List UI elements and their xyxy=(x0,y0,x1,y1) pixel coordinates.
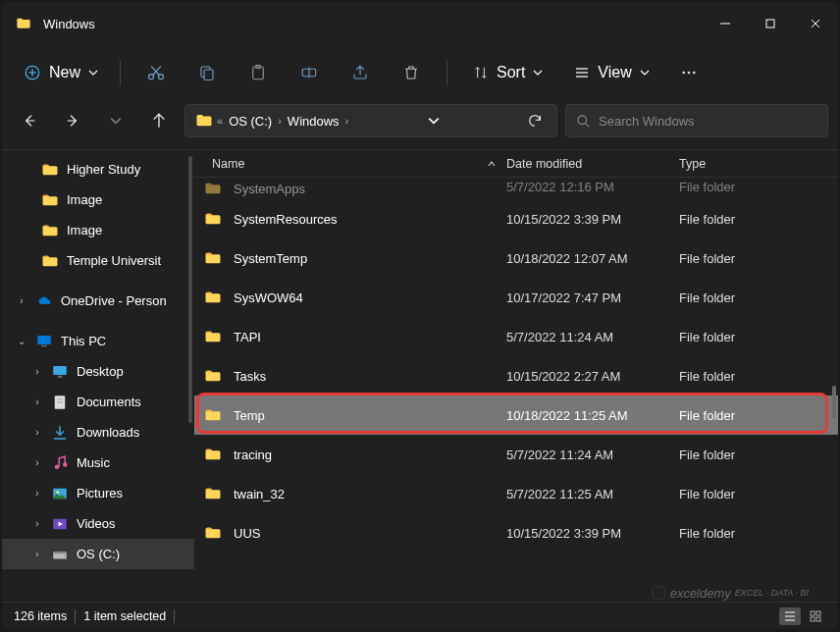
svg-rect-41 xyxy=(53,552,67,553)
forward-button[interactable] xyxy=(55,103,90,138)
crumb-os[interactable]: OS (C:) xyxy=(223,114,278,129)
crumb-windows[interactable]: Windows xyxy=(282,114,345,129)
history-dropdown[interactable] xyxy=(418,115,449,127)
documents-icon xyxy=(51,394,69,411)
col-date-header[interactable]: Date modified xyxy=(506,157,679,171)
chevron-right-icon: › xyxy=(278,115,282,127)
sidebar-thispc-child[interactable]: ›Documents xyxy=(2,387,194,417)
file-row[interactable]: twain_32 5/7/2022 11:25 AM File folder xyxy=(194,474,838,513)
sidebar-quick-item[interactable]: Higher Study xyxy=(2,154,194,184)
body: Higher StudyImageImageTemple Universit›O… xyxy=(2,149,838,602)
disk-icon xyxy=(51,546,69,563)
share-button[interactable] xyxy=(341,53,380,92)
copy-button[interactable] xyxy=(187,53,227,92)
file-name: UUS xyxy=(234,526,260,541)
file-date: 10/15/2022 3:39 PM xyxy=(506,526,679,541)
chevron-down-icon xyxy=(88,68,98,78)
search-input[interactable] xyxy=(599,114,817,129)
view-switcher xyxy=(779,607,826,625)
rename-icon xyxy=(300,64,318,81)
file-row[interactable]: UUS 10/15/2022 3:39 PM File folder xyxy=(194,513,838,553)
sidebar-quick-item[interactable]: Image xyxy=(2,184,194,215)
separator xyxy=(75,609,76,623)
paste-button[interactable] xyxy=(238,53,278,92)
search-box[interactable] xyxy=(565,104,828,137)
file-row[interactable]: Tasks 10/15/2022 2:27 AM File folder xyxy=(194,356,838,395)
folder-icon xyxy=(41,252,59,270)
file-row[interactable]: SystemResources 10/15/2022 3:39 PM File … xyxy=(194,199,838,238)
scrollbar[interactable] xyxy=(188,156,192,423)
up-button[interactable] xyxy=(141,103,177,138)
file-name: SysWOW64 xyxy=(234,290,303,305)
pc-icon xyxy=(35,333,53,350)
svg-rect-48 xyxy=(811,617,814,621)
file-type: File folder xyxy=(679,408,838,423)
file-row[interactable]: SystemApps 5/7/2022 12:16 PM File folder xyxy=(194,178,838,199)
selection-count: 1 item selected xyxy=(83,609,166,623)
column-headers: Name Date modified Type xyxy=(194,150,838,178)
sidebar-thispc-child[interactable]: ›Music xyxy=(2,448,194,478)
sidebar-item-label: Desktop xyxy=(77,364,124,379)
folder-icon xyxy=(204,180,222,197)
new-label: New xyxy=(49,64,80,81)
status-bar: 126 items 1 item selected xyxy=(2,602,838,629)
file-type: File folder xyxy=(679,251,838,266)
sidebar-thispc-child[interactable]: ›Pictures xyxy=(2,478,194,508)
maximize-button[interactable] xyxy=(748,2,793,45)
chevron-right-icon: › xyxy=(345,115,349,127)
col-type-header[interactable]: Type xyxy=(679,157,838,171)
folder-icon xyxy=(204,289,222,306)
folder-icon xyxy=(204,249,222,267)
copy-icon xyxy=(198,64,216,81)
music-icon xyxy=(51,454,69,472)
sidebar-thispc-child[interactable]: ›Desktop xyxy=(2,356,194,387)
sidebar-item-label: Documents xyxy=(77,395,141,409)
scrollbar[interactable] xyxy=(832,386,836,419)
file-row[interactable]: Temp 10/18/2022 11:25 AM File folder xyxy=(194,395,838,435)
breadcrumb[interactable]: « OS (C:) › Windows › xyxy=(184,104,557,137)
more-button[interactable] xyxy=(669,53,709,92)
sidebar-thispc-child[interactable]: ›Videos xyxy=(2,508,194,539)
file-type: File folder xyxy=(679,448,838,462)
file-type: File folder xyxy=(679,487,838,501)
sidebar-thispc-child[interactable]: ›Downloads xyxy=(2,417,194,448)
col-name-header[interactable]: Name xyxy=(194,157,506,171)
file-row[interactable]: SystemTemp 10/18/2022 12:07 AM File fold… xyxy=(194,238,838,278)
file-row[interactable]: SysWOW64 10/17/2022 7:47 PM File folder xyxy=(194,278,838,317)
sidebar-thispc-child[interactable]: ›OS (C:) xyxy=(2,539,194,569)
back-button[interactable] xyxy=(12,103,47,138)
sidebar-quick-item[interactable]: Image xyxy=(2,215,194,245)
view-button[interactable]: View xyxy=(564,58,658,87)
separator xyxy=(174,609,175,623)
cut-button[interactable] xyxy=(136,53,176,92)
sort-button[interactable]: Sort xyxy=(463,58,552,87)
file-date: 10/15/2022 3:39 PM xyxy=(506,212,679,227)
nav-row: « OS (C:) › Windows › xyxy=(2,100,838,149)
svg-point-38 xyxy=(56,491,59,494)
svg-point-36 xyxy=(63,462,68,467)
sort-asc-icon xyxy=(487,159,497,169)
refresh-button[interactable] xyxy=(519,113,551,129)
toolbar: New Sort View xyxy=(2,45,838,100)
sidebar-thispc[interactable]: ⌄This PC xyxy=(2,326,194,356)
new-button[interactable]: New xyxy=(12,58,110,87)
chevron-right-icon: › xyxy=(31,488,43,499)
details-view-button[interactable] xyxy=(779,607,801,625)
chevron-down-icon xyxy=(533,68,543,78)
file-date: 5/7/2022 11:24 AM xyxy=(506,448,679,462)
close-button[interactable] xyxy=(793,2,838,45)
minimize-button[interactable] xyxy=(703,2,748,45)
file-row[interactable]: TAPI 5/7/2022 11:24 AM File folder xyxy=(194,317,838,356)
file-name: SystemApps xyxy=(234,182,305,196)
recent-button[interactable] xyxy=(98,103,133,138)
file-date: 5/7/2022 12:16 PM xyxy=(506,178,679,194)
pictures-icon xyxy=(51,485,69,502)
sidebar-onedrive[interactable]: ›OneDrive - Person xyxy=(2,286,194,316)
file-name: tracing xyxy=(234,448,272,462)
sidebar-quick-item[interactable]: Temple Universit xyxy=(2,245,194,276)
chevron-down-icon: ⌄ xyxy=(16,336,27,346)
delete-button[interactable] xyxy=(392,53,431,92)
file-row[interactable]: tracing 5/7/2022 11:24 AM File folder xyxy=(194,435,838,474)
rename-button[interactable] xyxy=(289,53,329,92)
icons-view-button[interactable] xyxy=(805,607,826,625)
